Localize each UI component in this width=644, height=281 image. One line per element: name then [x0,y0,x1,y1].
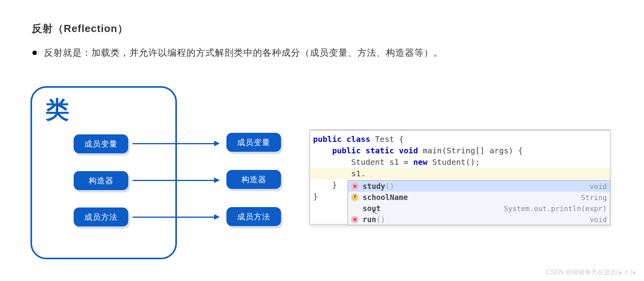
bullet-text: 反射就是：加载类，并允许以编程的方式解剖类中的各种成分（成员变量、方法、构造器等… [44,47,443,59]
code-line: public static void main(String[] args) { [310,145,610,157]
pill-member-method-right: 成员方法 [226,207,281,226]
watermark: CSDN @猪猪每天在进步(๑˙o˙)๑ [546,267,636,277]
pill-member-variable-right: 成员变量 [226,133,281,152]
method-icon: m [351,216,359,223]
field-icon: f [351,194,359,201]
pill-constructor-left: 构造器 [74,171,128,190]
bullet-row: 反射就是：加载类，并允许以编程的方式解剖类中的各种成分（成员变量、方法、构造器等… [32,47,443,59]
pill-member-method-left: 成员方法 [74,207,128,226]
autocomplete-popup[interactable]: m study() void f schoolName String sout … [348,180,610,225]
method-icon: m [351,183,359,190]
popup-item-run[interactable]: m run() void [348,214,610,225]
pill-member-variable-left: 成员变量 [74,134,128,153]
arrow-icon [133,143,219,144]
popup-item-sout[interactable]: sout System.out.println(expr) [348,203,610,214]
popup-item-schoolname[interactable]: f schoolName String [348,192,610,203]
blank-icon [351,205,359,212]
class-label: 类 [46,94,69,126]
code-line: public class Test { [310,134,610,145]
arrow-icon [133,217,219,218]
code-line-highlighted: s1. [310,168,610,179]
bullet-dot-icon [32,51,37,55]
pill-constructor-right: 构造器 [226,170,281,189]
arrow-icon [133,180,219,181]
popup-item-study[interactable]: m study() void [348,181,610,192]
page-title: 反射（Reflection） [32,22,128,36]
code-line: Student s1 = new Student(); [310,157,610,168]
